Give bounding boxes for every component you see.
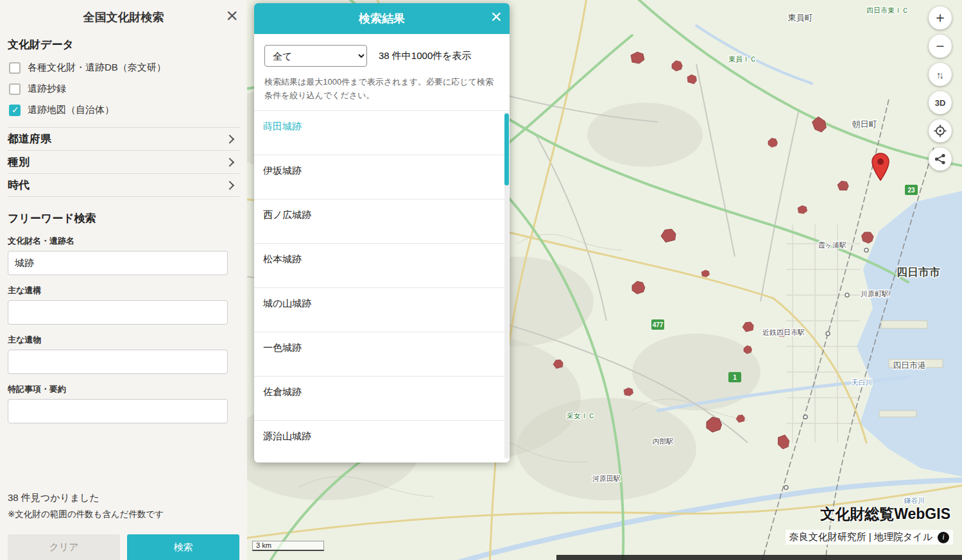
sidebar-close-button[interactable]: ×: [226, 5, 238, 26]
scrollbar-thumb[interactable]: [504, 114, 509, 185]
result-item[interactable]: 一色城跡: [254, 332, 510, 377]
sidebar-header: 全国文化財検索 ×: [8, 0, 239, 35]
clear-button[interactable]: クリア: [8, 534, 120, 560]
checkbox-row-site-map[interactable]: 遺跡地図（自治体）: [8, 99, 239, 121]
map-label: 東員ＩＣ: [728, 55, 757, 63]
map-label: 東員町: [788, 13, 813, 22]
pitch-reset-button[interactable]: ↑↓: [929, 63, 952, 86]
search-results-panel: 検索結果 × 全て 38 件中1000件を表示 検索結果は最大1000件まで表示…: [254, 3, 510, 462]
notes-input[interactable]: [8, 399, 228, 423]
expander-type[interactable]: 種別: [8, 151, 239, 174]
results-note: 検索結果は最大1000件まで表示されます。必要に応じて検索条件を絞り込んでくださ…: [254, 67, 510, 103]
artifact-label: 主な遺物: [8, 334, 239, 346]
map-label: 采女ＩＣ: [567, 412, 595, 420]
results-filter-select[interactable]: 全て: [264, 45, 367, 67]
results-close-button[interactable]: ×: [490, 7, 502, 26]
checkbox-row-site-abstract[interactable]: 遺跡抄録: [8, 78, 239, 99]
freeword-heading: フリーワード検索: [8, 211, 239, 226]
checkbox-label: 遺跡抄録: [28, 83, 66, 95]
artifact-input[interactable]: [8, 350, 228, 374]
route-shield-number: 1: [733, 374, 737, 381]
share-button[interactable]: [929, 148, 952, 171]
chevron-right-icon: [225, 157, 234, 166]
map-label: 天白川: [852, 378, 873, 386]
map-attribution: 奈良文化財研究所 | 地理院タイル i: [786, 530, 953, 545]
data-section-heading: 文化財データ: [8, 37, 239, 52]
expander-label: 都道府県: [8, 132, 51, 146]
sidebar-title: 全国文化財検索: [83, 10, 164, 25]
map-label: 近鉄四日市駅: [762, 328, 805, 336]
webgis-app: 全国文化財検索 × 文化財データ 各種文化財・遺跡DB（奈文研） 遺跡抄録 遺跡…: [0, 0, 962, 560]
search-button[interactable]: 検索: [127, 534, 239, 560]
map-label: 鎌谷川: [904, 496, 925, 504]
results-count-text: 38 件中1000件を表示: [379, 50, 472, 62]
expander-prefecture[interactable]: 都道府県: [8, 128, 239, 151]
feature-label: 主な遺構: [8, 285, 239, 296]
zoom-out-button[interactable]: −: [929, 35, 952, 58]
chevron-right-icon: [225, 180, 234, 189]
map-scalebar: 3 km: [252, 541, 324, 551]
map-label: 四日市港: [893, 361, 926, 370]
result-item[interactable]: 源治山城跡: [254, 421, 510, 462]
notes-label: 特記事項・要約: [8, 384, 239, 395]
site-name-input[interactable]: [8, 251, 228, 275]
checkbox-site-abstract[interactable]: [9, 83, 21, 95]
license-strip: [556, 555, 962, 560]
map-label: 四日市東ＩＣ: [866, 6, 909, 14]
map-label: 四日市市: [897, 266, 940, 278]
locate-icon: [934, 124, 947, 137]
attribution-text: 奈良文化財研究所 | 地理院タイル: [789, 531, 932, 543]
sidebar-buttons: クリア 検索: [8, 534, 239, 560]
result-item[interactable]: 西ノ広城跡: [254, 199, 510, 244]
locate-button[interactable]: [929, 119, 952, 142]
map-label: 朝日町: [852, 119, 877, 129]
results-title: 検索結果: [359, 11, 405, 26]
map-controls: + − ↑↓ 3D: [929, 6, 952, 171]
zoom-in-button[interactable]: +: [929, 6, 952, 30]
checkbox-site-map[interactable]: [9, 105, 21, 116]
checkbox-label: 遺跡地図（自治体）: [28, 104, 114, 116]
checkbox-row-heritage-db[interactable]: 各種文化財・遺跡DB（奈文研）: [8, 57, 239, 78]
expander-label: 時代: [8, 178, 30, 192]
results-controls: 全て 38 件中1000件を表示: [254, 34, 510, 67]
map-label: 河原田駅: [592, 475, 621, 482]
result-count-text: 38 件見つかりました: [8, 492, 164, 504]
checkbox-label: 各種文化財・遺跡DB（奈文研）: [28, 62, 166, 74]
site-name-label: 文化財名・遺跡名: [8, 235, 239, 247]
expander-label: 種別: [8, 155, 30, 169]
results-scrollbar[interactable]: [504, 112, 509, 459]
checkbox-heritage-db[interactable]: [9, 62, 21, 74]
map-label: 川原町駅: [861, 290, 889, 298]
route-shield-number: 477: [653, 321, 664, 328]
map-label: 内部駅: [653, 437, 674, 445]
feature-input[interactable]: [8, 300, 228, 325]
3d-toggle-button[interactable]: 3D: [929, 91, 952, 114]
results-header: 検索結果 ×: [254, 3, 510, 34]
data-source-checkbox-group: 各種文化財・遺跡DB（奈文研） 遺跡抄録 遺跡地図（自治体）: [8, 57, 239, 128]
map-label: 霞ヶ浦駅: [818, 241, 846, 249]
result-item[interactable]: 伊坂城跡: [254, 155, 510, 199]
app-brand: 文化財総覧WebGIS: [820, 504, 950, 524]
scale-label: 3 km: [256, 541, 271, 549]
search-status: 38 件見つかりました ※文化財の範囲の件数も含んだ件数です: [8, 492, 164, 520]
results-list: 蒔田城跡 伊坂城跡 西ノ広城跡 松本城跡 城の山城跡 一色城跡 佐倉城跡 源治山…: [254, 110, 510, 462]
route-shield-number: 23: [907, 187, 915, 194]
result-item[interactable]: 蒔田城跡: [254, 111, 510, 155]
expander-era[interactable]: 時代: [8, 174, 239, 197]
result-item[interactable]: 佐倉城跡: [254, 377, 510, 421]
share-icon: [934, 153, 946, 165]
info-icon[interactable]: i: [938, 532, 949, 543]
result-count-note: ※文化財の範囲の件数も含んだ件数です: [8, 509, 164, 520]
chevron-right-icon: [225, 134, 234, 143]
result-item[interactable]: 松本城跡: [254, 244, 510, 288]
search-sidebar: 全国文化財検索 × 文化財データ 各種文化財・遺跡DB（奈文研） 遺跡抄録 遺跡…: [0, 0, 247, 560]
result-item[interactable]: 城の山城跡: [254, 288, 510, 332]
